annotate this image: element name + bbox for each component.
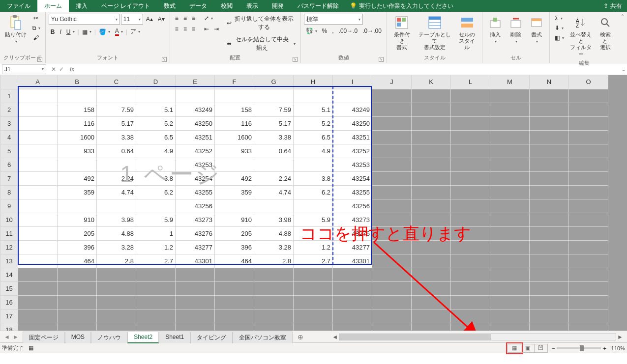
- row-header[interactable]: 11: [0, 226, 18, 240]
- cell[interactable]: 5.17: [97, 116, 136, 130]
- cell[interactable]: 4.88: [254, 226, 294, 240]
- cell[interactable]: [412, 171, 451, 185]
- cell[interactable]: 43252: [176, 144, 215, 158]
- cell[interactable]: [372, 144, 412, 158]
- cell[interactable]: 43253: [176, 158, 215, 171]
- tab-page-layout[interactable]: ページ レイアウト: [94, 0, 157, 12]
- clipboard-dialog-launcher[interactable]: ↘: [37, 57, 42, 62]
- cell[interactable]: [451, 281, 490, 295]
- cell[interactable]: [490, 199, 530, 213]
- cell[interactable]: 43255: [176, 185, 215, 199]
- number-dialog-launcher[interactable]: ↘: [379, 57, 384, 62]
- row-header[interactable]: 6: [0, 158, 18, 171]
- decrease-font-button[interactable]: A▾: [156, 15, 167, 24]
- cell[interactable]: [490, 185, 530, 199]
- cell[interactable]: [530, 199, 569, 213]
- cell[interactable]: 464: [215, 254, 254, 268]
- cell[interactable]: [254, 89, 294, 103]
- row-header[interactable]: 3: [0, 116, 18, 130]
- cell[interactable]: [97, 199, 136, 213]
- cell[interactable]: [176, 323, 215, 331]
- cell[interactable]: [451, 254, 490, 268]
- cell[interactable]: [372, 116, 412, 130]
- cell[interactable]: [136, 281, 176, 295]
- cell[interactable]: [451, 130, 490, 144]
- cell[interactable]: 1600: [58, 130, 97, 144]
- cell[interactable]: [530, 89, 569, 103]
- row-header[interactable]: 17: [0, 309, 18, 323]
- insert-cells-button[interactable]: 挿入▾: [485, 14, 505, 45]
- column-header-C[interactable]: C: [97, 75, 136, 89]
- wrap-text-button[interactable]: ↩ 折り返して全体を表示する: [225, 14, 298, 32]
- cell[interactable]: 158: [58, 103, 97, 116]
- align-center-button[interactable]: ≡: [181, 25, 189, 33]
- cell[interactable]: [215, 295, 254, 309]
- tab-data[interactable]: データ: [182, 0, 214, 12]
- increase-decimal-button[interactable]: .00→.0: [337, 27, 360, 35]
- cell[interactable]: [490, 130, 530, 144]
- cell[interactable]: [569, 213, 608, 226]
- cell[interactable]: [18, 103, 58, 116]
- cell[interactable]: [18, 281, 58, 295]
- cell[interactable]: [569, 89, 608, 103]
- worksheet-grid[interactable]: ABCDEFGHIJKLMNO 121587.595.1432491587.59…: [0, 75, 608, 331]
- cell[interactable]: [490, 309, 530, 323]
- cell[interactable]: [333, 323, 372, 331]
- cell[interactable]: 43301: [333, 254, 372, 268]
- cell[interactable]: 464: [58, 254, 97, 268]
- cell[interactable]: 1.2: [136, 240, 176, 254]
- cell[interactable]: [569, 199, 608, 213]
- cell[interactable]: [530, 171, 569, 185]
- cell[interactable]: 5.2: [136, 116, 176, 130]
- cell[interactable]: [569, 240, 608, 254]
- tell-me-search[interactable]: 💡 実行したい作業を入力してください: [350, 2, 453, 10]
- cell[interactable]: 158: [215, 103, 254, 116]
- cell[interactable]: [412, 158, 451, 171]
- cell[interactable]: 43256: [176, 199, 215, 213]
- sheet-tab[interactable]: 固定ページ: [23, 332, 65, 343]
- cell[interactable]: [254, 268, 294, 281]
- cell[interactable]: [490, 295, 530, 309]
- cell[interactable]: 4.74: [97, 185, 136, 199]
- cell[interactable]: [294, 226, 333, 240]
- cell[interactable]: 43252: [333, 144, 372, 158]
- cell[interactable]: 43277: [176, 240, 215, 254]
- cell[interactable]: [215, 309, 254, 323]
- cell[interactable]: [451, 213, 490, 226]
- cell[interactable]: 6.2: [294, 185, 333, 199]
- cell[interactable]: [58, 199, 97, 213]
- formula-input[interactable]: [77, 64, 620, 74]
- cell[interactable]: 5.1: [294, 103, 333, 116]
- tab-developer[interactable]: 開発: [265, 0, 291, 12]
- row-header[interactable]: 4: [0, 130, 18, 144]
- paste-button[interactable]: 貼り付け▾: [3, 14, 29, 45]
- cell[interactable]: 43276: [176, 226, 215, 240]
- tab-insert[interactable]: 挿入: [69, 0, 94, 12]
- column-header-L[interactable]: L: [451, 75, 490, 89]
- cell[interactable]: [97, 295, 136, 309]
- cell[interactable]: [136, 323, 176, 331]
- align-bottom-button[interactable]: ≡: [190, 14, 197, 23]
- cell[interactable]: 3.98: [254, 213, 294, 226]
- decrease-decimal-button[interactable]: .0→.00: [360, 27, 384, 35]
- cell[interactable]: [333, 89, 372, 103]
- column-header-A[interactable]: A: [18, 75, 58, 89]
- underline-button[interactable]: U▾: [64, 28, 77, 36]
- cell[interactable]: 4.74: [254, 185, 294, 199]
- cell[interactable]: [530, 185, 569, 199]
- cell[interactable]: [451, 144, 490, 158]
- scroll-right-button[interactable]: ►: [616, 334, 624, 340]
- cell[interactable]: [451, 240, 490, 254]
- cell[interactable]: 359: [215, 185, 254, 199]
- cell[interactable]: [254, 323, 294, 331]
- column-header-H[interactable]: H: [294, 75, 333, 89]
- cell[interactable]: 43273: [176, 213, 215, 226]
- cell[interactable]: 6.5: [136, 130, 176, 144]
- cell[interactable]: 7.59: [254, 103, 294, 116]
- cell[interactable]: [176, 89, 215, 103]
- cell[interactable]: [176, 295, 215, 309]
- cell[interactable]: [97, 268, 136, 281]
- cell[interactable]: [18, 268, 58, 281]
- cell[interactable]: 359: [58, 185, 97, 199]
- cell[interactable]: [530, 281, 569, 295]
